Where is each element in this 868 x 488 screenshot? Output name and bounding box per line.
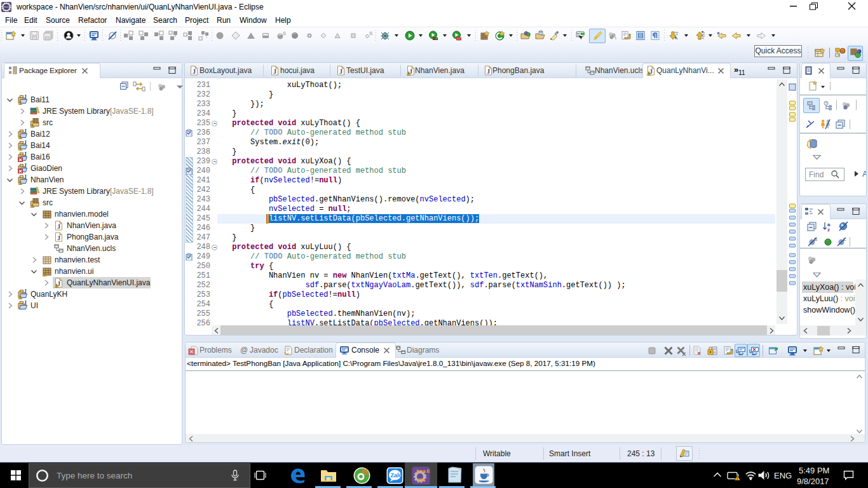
svg-text:!: !: [736, 476, 738, 480]
svg-text:S: S: [283, 30, 286, 36]
svg-text:S: S: [369, 30, 372, 36]
svg-text:J: J: [858, 48, 861, 55]
svg-text:Zalo: Zalo: [391, 472, 403, 478]
svg-text:Java EE: Java EE: [416, 469, 430, 473]
svg-text:z: z: [827, 227, 830, 232]
svg-text:IDE: IDE: [418, 478, 426, 482]
